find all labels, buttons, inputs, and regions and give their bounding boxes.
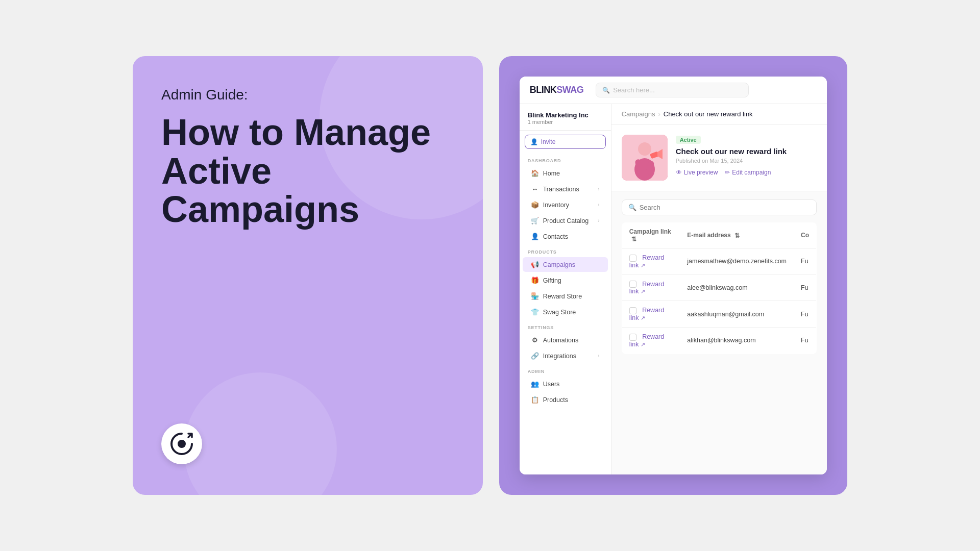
status-badge: Active [676, 136, 701, 144]
blink-text: BLINK [530, 85, 557, 95]
breadcrumb-current: Check out our new reward link [664, 110, 753, 118]
reward-store-icon: 🏪 [531, 292, 539, 300]
col-email[interactable]: E-mail address ⇅ [680, 223, 794, 248]
swag-store-icon: 👕 [531, 308, 539, 316]
invite-button[interactable]: 👤 Invite [525, 135, 606, 149]
dashboard-section-label: DASHBOARD [520, 153, 611, 165]
sidebar-item-campaigns[interactable]: 📢 Campaigns [523, 257, 608, 272]
external-link-icon: ↗ [641, 341, 645, 347]
breadcrumb-separator: › [658, 110, 660, 118]
reward-store-label: Reward Store [543, 293, 582, 300]
contacts-label: Contacts [543, 233, 568, 240]
main-title: How to Manage Active Campaigns [161, 113, 454, 229]
sort-icon: ⇅ [631, 236, 636, 243]
campaign-card: Active Check out our new reward link Pub… [622, 135, 817, 181]
org-member: 1 member [528, 119, 603, 125]
sidebar-item-gifting[interactable]: 🎁 Gifting [523, 273, 608, 288]
row-checkbox[interactable] [629, 281, 636, 288]
breadcrumb-parent: Campaigns [622, 110, 655, 118]
table-row: Reward link ↗ alee@blinkswag.com Fu [622, 274, 816, 301]
chevron-right-icon: › [598, 218, 599, 223]
row-checkbox[interactable] [629, 307, 636, 314]
row-checkbox[interactable] [629, 334, 636, 341]
sidebar-item-product-catalog[interactable]: 🛒 Product Catalog › [523, 213, 608, 228]
sidebar-item-products[interactable]: 📋 Products [523, 392, 608, 407]
users-label: Users [543, 381, 560, 388]
campaign-image [622, 135, 668, 181]
transactions-icon: ↔ [531, 185, 539, 193]
live-preview-link[interactable]: 👁 Live preview [676, 169, 718, 176]
campaign-date: Published on Mar 15, 2024 [676, 158, 817, 164]
edit-icon: ✏ [725, 169, 730, 176]
top-search-bar[interactable]: 🔍 Search here... [596, 83, 749, 97]
email-cell: alikhan@blinkswag.com [680, 327, 794, 354]
search-placeholder: Search here... [613, 86, 655, 94]
swag-text: SWAG [556, 85, 583, 95]
email-cell: alee@blinkswag.com [680, 274, 794, 301]
sidebar-item-contacts[interactable]: 👤 Contacts [523, 229, 608, 244]
sidebar-org: Blink Marketing Inc 1 member [520, 104, 611, 131]
search-icon: 🔍 [602, 87, 610, 94]
automations-icon: ⚙ [531, 336, 539, 344]
sidebar-item-swag-store[interactable]: 👕 Swag Store [523, 305, 608, 319]
table-search[interactable]: 🔍 [622, 199, 817, 215]
chevron-right-icon: › [598, 202, 599, 208]
main-title-line2: Active Campaigns [161, 151, 359, 230]
admin-guide-label: Admin Guide: [161, 87, 454, 103]
external-link-icon: ↗ [641, 288, 645, 294]
sidebar-item-home[interactable]: 🏠 Home [523, 166, 608, 181]
col-campaign-link[interactable]: Campaign link ⇅ [622, 223, 680, 248]
users-icon: 👥 [531, 380, 539, 388]
breadcrumb: Campaigns › Check out our new reward lin… [611, 104, 827, 124]
main-content: Campaigns › Check out our new reward lin… [611, 104, 827, 474]
chevron-right-icon: › [598, 353, 599, 359]
campaign-detail: Active Check out our new reward link Pub… [611, 124, 827, 191]
table-row: Reward link ↗ alikhan@blinkswag.com Fu [622, 327, 816, 354]
email-cell: jamesmathew@demo.zenefits.com [680, 248, 794, 274]
home-icon: 🏠 [531, 169, 539, 177]
sidebar-item-inventory[interactable]: 📦 Inventory › [523, 197, 608, 212]
sort-icon: ⇅ [734, 232, 740, 239]
swag-store-label: Swag Store [543, 309, 576, 316]
co-cell: Fu [794, 327, 817, 354]
org-name: Blink Marketing Inc [528, 111, 603, 119]
admin-section-label: ADMIN [520, 364, 611, 376]
products-section-label: PRODUCTS [520, 244, 611, 257]
sidebar: Blink Marketing Inc 1 member 👤 Invite DA… [520, 104, 611, 474]
sidebar-item-users[interactable]: 👥 Users [523, 377, 608, 391]
sidebar-item-integrations[interactable]: 🔗 Integrations › [523, 348, 608, 363]
main-title-line1: How to Manage [161, 112, 431, 153]
transactions-label: Transactions [543, 186, 579, 193]
sidebar-item-automations[interactable]: ⚙ Automations [523, 333, 608, 347]
product-catalog-icon: 🛒 [531, 217, 539, 224]
table-row: Reward link ↗ aakashluqman@gmail.com Fu [622, 301, 816, 328]
external-link-icon: ↗ [641, 262, 645, 268]
inventory-icon: 📦 [531, 201, 539, 209]
table-area: 🔍 Campaign link ⇅ [611, 191, 827, 474]
svg-point-2 [638, 142, 651, 156]
table-row: Reward link ↗ jamesmathew@demo.zenefits.… [622, 248, 816, 274]
campaign-actions: 👁 Live preview ✏ Edit campaign [676, 169, 817, 176]
edit-campaign-link[interactable]: ✏ Edit campaign [725, 169, 771, 176]
row-checkbox[interactable] [629, 255, 636, 262]
integrations-icon: 🔗 [531, 352, 539, 360]
data-table: Campaign link ⇅ E-mail address ⇅ Co [622, 222, 817, 354]
home-label: Home [543, 170, 560, 177]
campaigns-icon: 📢 [531, 261, 539, 268]
integrations-label: Integrations [543, 353, 576, 360]
co-cell: Fu [794, 274, 817, 301]
email-cell: aakashluqman@gmail.com [680, 301, 794, 328]
products-label: Products [543, 396, 568, 404]
external-link-icon: ↗ [641, 315, 645, 321]
campaign-info: Active Check out our new reward link Pub… [676, 135, 817, 176]
sidebar-item-transactions[interactable]: ↔ Transactions › [523, 182, 608, 196]
sidebar-item-reward-store[interactable]: 🏪 Reward Store [523, 289, 608, 304]
co-cell: Fu [794, 301, 817, 328]
products-icon: 📋 [531, 396, 539, 404]
app-body: Blink Marketing Inc 1 member 👤 Invite DA… [520, 104, 827, 474]
contacts-icon: 👤 [531, 233, 539, 240]
table-search-icon: 🔍 [628, 204, 636, 211]
col-co: Co [794, 223, 817, 248]
left-panel: Admin Guide: How to Manage Active Campai… [133, 56, 483, 495]
table-search-input[interactable] [640, 204, 810, 211]
